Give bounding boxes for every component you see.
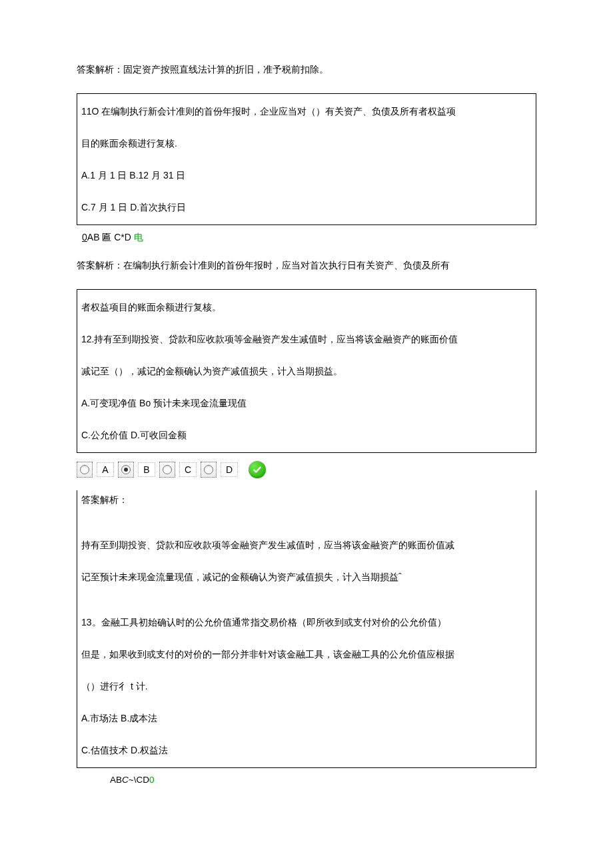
q13-option-ab: A.市场法 B.成本法 <box>81 709 532 727</box>
q12-stem-line2: 减记至（），减记的金额确认为资产减值损失，计入当期损益。 <box>81 362 532 380</box>
q13-stem-line2: 但是，如果收到或支付的对价的一部分并非针对该金融工具，该金融工具的公允价值应根据 <box>81 645 532 663</box>
q12-radio-a-label: A <box>97 462 114 477</box>
q12-option-ab: A.可变现净值 Bo 预计未来现金流量现值 <box>81 394 532 412</box>
q11-correct-mark: 电 <box>131 232 143 242</box>
q10-answer-explain: 答案解析：固定资产按照直线法计算的折旧，准予税前扣除。 <box>77 60 536 79</box>
q12-radio-c-label: C <box>179 462 197 477</box>
q11-choice-line: 0AB 匾 C*D 电 <box>82 232 536 244</box>
q12-answer-line2: 记至预计未来现金流量现值，减记的金额确认为资产减值损失，计入当期损益ˆ <box>81 568 532 586</box>
q11-choice-underlined: 0 <box>82 232 87 242</box>
correct-check-icon <box>249 461 266 478</box>
q12-stem-line1: 12.持有至到期投资、贷款和应收款项等金融资产发生减值时，应当将该金融资产的账面… <box>81 330 532 348</box>
q12-answer-label: 答案解析： <box>81 490 532 509</box>
q13-correct-mark: 0 <box>149 775 155 785</box>
q12-answer-line1: 持有至到期投资、贷款和应收款项等金融资产发生减值时，应当将该金融资产的账面价值减 <box>81 536 532 554</box>
q11-question-box: 11O 在编制执行新会计准则的首份年报时，企业应当对（）有关资产、负债及所有者权… <box>77 93 536 225</box>
q12-option-cd: C.公允价值 D.可收回金额 <box>81 426 532 444</box>
q11-answer-continued: 者权益项目的账面余额进行复核。 <box>81 298 532 316</box>
q11-option-cd: C.7 月 1 日 D.首次执行日 <box>81 198 532 217</box>
q12-radio-c[interactable] <box>159 462 175 478</box>
q12-answer-and-q13-box: 答案解析： 持有至到期投资、贷款和应收款项等金融资产发生减值时，应当将该金融资产… <box>77 490 536 768</box>
q12-radio-b-label: B <box>138 462 155 477</box>
q12-radio-b-selected-dot <box>124 468 128 472</box>
q12-radio-group: A B C D <box>77 461 536 478</box>
q12-radio-d-label: D <box>221 462 238 477</box>
q13-stem-line1: 13。金融工具初始确认时的公允价值通常指交易价格（即所收到或支付对价的公允价值） <box>81 613 532 632</box>
q13-stem-line3: （）进行彳 t 计. <box>81 677 532 695</box>
q12-question-box: 者权益项目的账面余额进行复核。 12.持有至到期投资、贷款和应收款项等金融资产发… <box>77 289 536 453</box>
q11-stem-line2: 目的账面余额进行复核. <box>81 134 532 153</box>
q12-radio-d[interactable] <box>201 462 217 478</box>
q11-option-ab: A.1 月 1 日 B.12 月 31 日 <box>81 166 532 185</box>
q11-answer-explain: 答案解析：在编制执行新会计准则的首份年报时，应当对首次执行日有关资产、负债及所有 <box>77 256 536 274</box>
q11-stem-line1: 11O 在编制执行新会计准则的首份年报时，企业应当对（）有关资产、负债及所有者权… <box>81 102 532 121</box>
q13-option-cd: C.估值技术 D.权益法 <box>81 741 532 759</box>
q12-radio-b[interactable] <box>118 462 134 478</box>
q13-choice-line: ABC~\CD0 <box>110 775 536 785</box>
q12-radio-a[interactable] <box>77 462 93 478</box>
